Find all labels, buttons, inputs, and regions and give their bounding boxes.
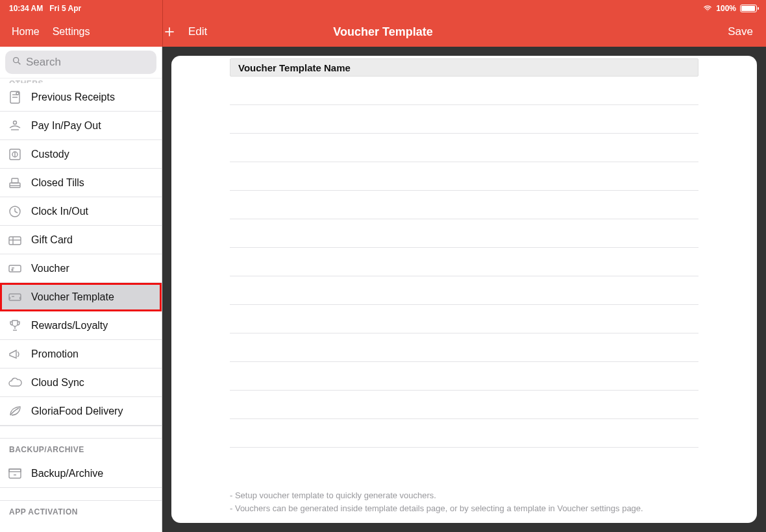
sidebar-item-label: Custody xyxy=(31,149,69,160)
svg-point-8 xyxy=(14,121,17,124)
sidebar-item-cloud-sync[interactable]: Cloud Sync xyxy=(0,369,162,397)
table-row[interactable] xyxy=(230,333,698,362)
svg-rect-29 xyxy=(9,469,21,472)
table-row[interactable] xyxy=(230,305,698,333)
voucher-template-icon xyxy=(6,289,23,306)
sidebar-item-label: Rewards/Loyalty xyxy=(31,320,108,332)
footer-note-2: - Vouchers can be generated inside templ… xyxy=(230,502,698,515)
nav-settings-button[interactable]: Settings xyxy=(53,26,90,38)
cloud-icon xyxy=(6,374,23,391)
till-icon xyxy=(6,175,23,191)
sidebar-item-label: Voucher Template xyxy=(31,291,114,303)
trophy-icon xyxy=(6,317,23,334)
table-row[interactable] xyxy=(230,248,698,276)
sidebar-item-label: GloriaFood Delivery xyxy=(31,405,123,417)
sidebar-item-label: Cloud Sync xyxy=(31,377,84,389)
settings-sidebar: Search OTHERS Previous ReceiptsPay In/Pa… xyxy=(0,47,162,532)
add-button[interactable] xyxy=(162,25,177,39)
svg-point-23 xyxy=(12,269,13,271)
section-header-backup: BACKUP/ARCHIVE xyxy=(0,439,162,459)
megaphone-icon xyxy=(6,346,23,363)
sidebar-item-voucher[interactable]: Voucher xyxy=(0,254,162,283)
voucher-template-table-body xyxy=(230,77,698,483)
table-row[interactable] xyxy=(230,419,698,448)
battery-icon xyxy=(740,5,757,12)
svg-point-2 xyxy=(14,57,19,62)
sidebar-item-promotion[interactable]: Promotion xyxy=(0,340,162,369)
nav-home-button[interactable]: Home xyxy=(12,26,40,38)
sidebar-item-custody[interactable]: Custody xyxy=(0,140,162,169)
section-header-activation: APP ACTIVATION xyxy=(0,501,162,522)
leaf-icon xyxy=(6,403,23,420)
search-icon xyxy=(12,56,22,69)
sidebar-item-pay-in-pay-out[interactable]: Pay In/Pay Out xyxy=(0,112,162,140)
sidebar-item-backup-archive[interactable]: Backup/Archive xyxy=(0,459,162,488)
receipt-icon xyxy=(6,89,23,106)
table-row[interactable] xyxy=(230,191,698,219)
sidebar-item-clock-in-out[interactable]: Clock In/Out xyxy=(0,197,162,226)
voucher-template-card: Voucher Template Name - Setup voucher te… xyxy=(171,56,757,523)
archive-icon xyxy=(6,465,23,482)
sidebar-item-gloriafood-delivery[interactable]: GloriaFood Delivery xyxy=(0,397,162,426)
clock-icon xyxy=(6,203,23,220)
status-date: Fri 5 Apr xyxy=(49,4,81,13)
status-time: 10:34 AM xyxy=(9,4,43,13)
page-title: Voucher Template xyxy=(333,25,432,39)
table-row[interactable] xyxy=(230,362,698,391)
svg-rect-28 xyxy=(9,469,21,478)
save-button[interactable]: Save xyxy=(728,25,753,38)
table-row[interactable] xyxy=(230,276,698,305)
footer-note-1: - Setup voucher template to quickly gene… xyxy=(230,489,698,502)
sidebar-item-label: Pay In/Pay Out xyxy=(31,120,101,132)
battery-percent: 100% xyxy=(716,4,736,13)
footer-help-text: - Setup voucher template to quickly gene… xyxy=(171,483,757,518)
safe-icon xyxy=(6,146,23,163)
search-placeholder: Search xyxy=(26,56,61,69)
table-row[interactable] xyxy=(230,391,698,419)
wifi-icon xyxy=(703,4,712,13)
section-header-others-partial: OTHERS xyxy=(0,78,162,83)
main-content: Voucher Template Name - Setup voucher te… xyxy=(162,47,766,532)
table-row[interactable] xyxy=(230,134,698,162)
search-input[interactable]: Search xyxy=(5,51,156,74)
svg-rect-21 xyxy=(9,265,21,272)
payinout-icon xyxy=(6,117,23,134)
sidebar-item-label: Voucher xyxy=(31,263,69,274)
sidebar-item-label: Closed Tills xyxy=(31,177,84,189)
svg-line-17 xyxy=(15,212,18,213)
svg-rect-13 xyxy=(12,178,18,183)
table-header-name: Voucher Template Name xyxy=(230,58,698,77)
navigation-bar: Home Settings Edit Voucher Template Save xyxy=(0,17,766,47)
table-row[interactable] xyxy=(230,105,698,134)
sidebar-item-closed-tills[interactable]: Closed Tills xyxy=(0,169,162,197)
svg-rect-18 xyxy=(9,237,21,245)
sidebar-item-label: Clock In/Out xyxy=(31,206,88,217)
sidebar-item-previous-receipts[interactable]: Previous Receipts xyxy=(0,83,162,112)
giftcard-icon xyxy=(6,232,23,248)
table-row[interactable] xyxy=(230,162,698,191)
sidebar-item-label: Backup/Archive xyxy=(31,468,103,479)
status-bar: 10:34 AM Fri 5 Apr 100% xyxy=(0,0,766,17)
svg-point-7 xyxy=(16,92,19,95)
sidebar-item-gift-card[interactable]: Gift Card xyxy=(0,226,162,254)
table-row[interactable] xyxy=(230,219,698,248)
sidebar-item-label: Previous Receipts xyxy=(31,91,115,103)
sidebar-item-label: Gift Card xyxy=(31,234,73,246)
sidebar-item-rewards-loyalty[interactable]: Rewards/Loyalty xyxy=(0,311,162,340)
svg-rect-24 xyxy=(9,294,21,300)
edit-button[interactable]: Edit xyxy=(188,25,207,38)
table-row[interactable] xyxy=(230,77,698,105)
sidebar-item-voucher-template[interactable]: Voucher Template xyxy=(0,283,162,311)
voucher-icon xyxy=(6,260,23,277)
svg-line-3 xyxy=(18,62,20,64)
sidebar-item-label: Promotion xyxy=(31,348,79,360)
